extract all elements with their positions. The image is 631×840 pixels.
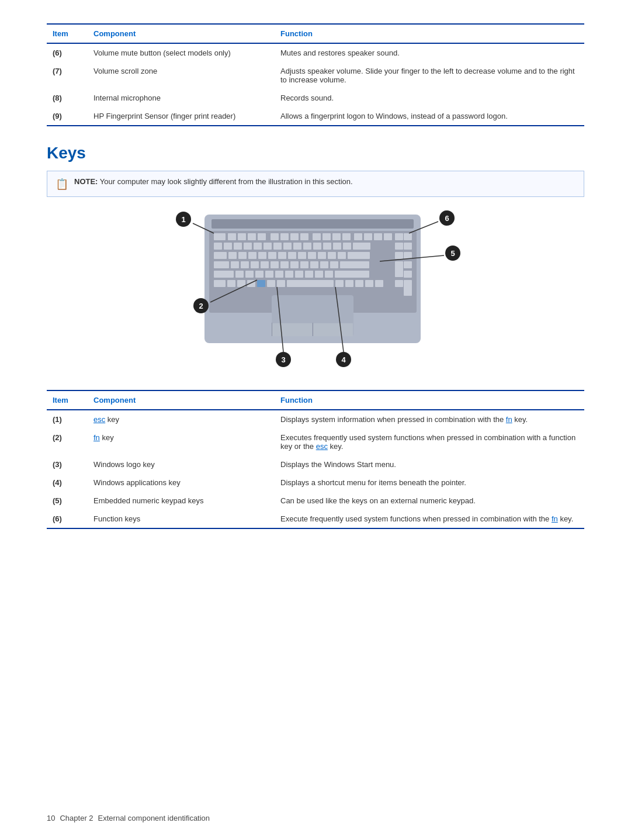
table-row: (8) Internal microphone Records sound.: [47, 89, 584, 107]
cell-item: (8): [47, 89, 88, 107]
svg-rect-40: [228, 252, 237, 259]
cell-component: Windows applications key: [88, 473, 275, 492]
svg-rect-54: [404, 252, 412, 259]
svg-rect-21: [404, 233, 412, 240]
footer-page-num: 10: [47, 814, 55, 822]
svg-rect-7: [258, 233, 266, 240]
note-label: NOTE:: [74, 177, 98, 186]
svg-rect-26: [254, 243, 262, 250]
svg-rect-15: [342, 233, 351, 240]
svg-rect-100: [313, 323, 313, 336]
svg-rect-55: [214, 261, 229, 268]
svg-rect-77: [295, 271, 303, 278]
cell-function: Displays system information when pressed…: [275, 410, 584, 428]
table-row: (1) esc key Displays system information …: [47, 410, 584, 428]
cell-function: Displays the Windows Start menu.: [275, 455, 584, 473]
cell-item: (6): [47, 43, 88, 62]
svg-rect-99: [272, 323, 272, 336]
svg-rect-65: [320, 261, 328, 268]
cell-function: Can be used like the keys on an external…: [275, 492, 584, 510]
cell-function: Displays a shortcut menu for items benea…: [275, 473, 584, 492]
svg-rect-90: [287, 280, 334, 287]
table-row: (9) HP Fingerprint Sensor (finger print …: [47, 107, 584, 126]
cell-item: (5): [47, 492, 88, 510]
cell-function: Executes frequently used system function…: [275, 428, 584, 455]
cell-item: (9): [47, 107, 88, 126]
svg-rect-11: [300, 233, 308, 240]
cell-item: (7): [47, 62, 88, 89]
svg-rect-34: [333, 243, 341, 250]
table-row: (4) Windows applications key Displays a …: [47, 473, 584, 492]
svg-rect-56: [231, 261, 239, 268]
svg-rect-68: [395, 261, 403, 277]
svg-rect-43: [258, 252, 266, 259]
cell-function: Records sound.: [275, 89, 584, 107]
svg-rect-20: [395, 233, 403, 240]
svg-text:5: 5: [450, 249, 455, 258]
svg-rect-84: [227, 280, 235, 287]
top-table: Item Component Function (6) Volume mute …: [47, 23, 584, 126]
svg-rect-50: [328, 252, 336, 259]
fn-link: fn: [506, 415, 512, 424]
svg-rect-59: [261, 261, 269, 268]
cell-component: fn key: [88, 428, 275, 455]
svg-rect-101: [272, 323, 312, 336]
svg-rect-92: [345, 280, 353, 287]
svg-rect-58: [251, 261, 259, 268]
keyboard-svg: 1 6 5 2 3 4: [158, 209, 473, 372]
svg-rect-82: [404, 271, 412, 278]
top-table-header-item: Item: [47, 24, 88, 43]
bottom-table-header-component: Component: [88, 390, 275, 410]
svg-rect-67: [340, 261, 369, 268]
svg-rect-81: [335, 271, 369, 278]
svg-rect-19: [384, 233, 392, 240]
svg-rect-38: [404, 243, 412, 250]
svg-rect-44: [268, 252, 276, 259]
bottom-table-header-function: Function: [275, 390, 584, 410]
svg-rect-48: [308, 252, 316, 259]
svg-rect-24: [234, 243, 242, 250]
svg-rect-23: [224, 243, 232, 250]
svg-rect-96: [395, 280, 403, 287]
cell-component: Internal microphone: [88, 89, 275, 107]
svg-rect-62: [290, 261, 299, 268]
svg-rect-17: [364, 233, 372, 240]
footer-text: External component identification: [98, 814, 210, 822]
svg-rect-8: [271, 233, 279, 240]
keys-section-heading: Keys: [47, 144, 584, 163]
svg-rect-71: [235, 271, 244, 278]
svg-rect-66: [330, 261, 338, 268]
svg-rect-32: [313, 243, 321, 250]
svg-rect-76: [285, 271, 293, 278]
svg-rect-89: [277, 280, 285, 287]
cell-function: Adjusts speaker volume. Slide your finge…: [275, 62, 584, 89]
footer-chapter: Chapter 2: [60, 814, 93, 822]
svg-rect-63: [300, 261, 308, 268]
svg-rect-22: [214, 243, 222, 250]
svg-rect-80: [325, 271, 333, 278]
svg-rect-69: [404, 261, 412, 268]
svg-text:1: 1: [181, 215, 185, 224]
link-text: esc: [93, 415, 105, 424]
svg-text:4: 4: [341, 355, 346, 364]
svg-rect-42: [248, 252, 256, 259]
cell-item: (1): [47, 410, 88, 428]
svg-rect-75: [275, 271, 283, 278]
table-row: (3) Windows logo key Displays the Window…: [47, 455, 584, 473]
svg-rect-31: [303, 243, 311, 250]
svg-rect-41: [238, 252, 247, 259]
page-footer: 10 Chapter 2 External component identifi…: [47, 814, 584, 822]
svg-rect-13: [323, 233, 331, 240]
cell-item: (3): [47, 455, 88, 473]
svg-rect-74: [265, 271, 273, 278]
svg-rect-33: [323, 243, 331, 250]
esc-link: esc: [316, 442, 328, 451]
link-text: fn: [93, 433, 100, 442]
svg-rect-16: [354, 233, 362, 240]
svg-rect-49: [318, 252, 326, 259]
svg-rect-9: [280, 233, 289, 240]
table-row: (5) Embedded numeric keypad keys Can be …: [47, 492, 584, 510]
svg-rect-18: [374, 233, 382, 240]
cell-function: Execute frequently used system functions…: [275, 510, 584, 528]
svg-rect-47: [298, 252, 306, 259]
